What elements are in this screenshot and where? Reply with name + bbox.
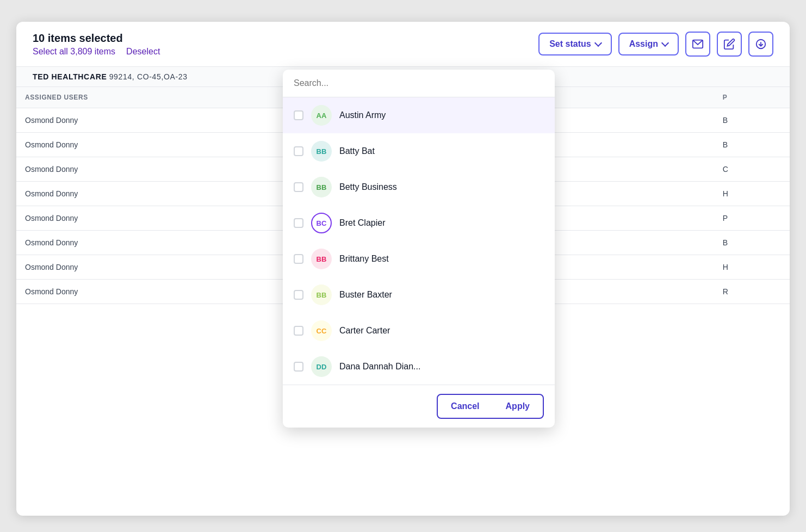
- user-name: Austin Army: [339, 110, 386, 120]
- user-list-item[interactable]: BB Buster Baxter: [283, 277, 555, 313]
- user-name: Dana Dannah Dian...: [339, 362, 420, 372]
- cell-patient: H: [714, 182, 790, 206]
- cell-assigned: Osmond Donny: [16, 157, 282, 182]
- user-avatar: BC: [311, 213, 332, 233]
- cell-assigned: Osmond Donny: [16, 108, 282, 133]
- user-name: Betty Business: [339, 182, 397, 192]
- healthcare-detail: 99214, CO-45,OA-23: [109, 72, 188, 81]
- download-icon: [755, 38, 767, 50]
- user-name: Bret Clapier: [339, 218, 385, 228]
- user-avatar: AA: [311, 105, 332, 126]
- cell-patient: R: [714, 280, 790, 304]
- download-button[interactable]: [748, 32, 773, 57]
- apply-button[interactable]: Apply: [493, 395, 543, 418]
- user-avatar: BB: [311, 141, 332, 162]
- chevron-down-icon: [661, 39, 669, 47]
- cell-patient: H: [714, 255, 790, 280]
- edit-icon: [723, 38, 735, 50]
- cell-patient: P: [714, 206, 790, 231]
- user-list-item[interactable]: AA Austin Army: [283, 97, 555, 133]
- user-name: Brittany Best: [339, 254, 389, 264]
- cell-assigned: Osmond Donny: [16, 206, 282, 231]
- email-icon: [692, 38, 704, 50]
- user-avatar: BB: [311, 249, 332, 269]
- user-checkbox[interactable]: [294, 218, 303, 228]
- cell-assigned: Osmond Donny: [16, 231, 282, 255]
- user-list-item[interactable]: CC Carter Carter: [283, 313, 555, 349]
- assign-button[interactable]: Assign: [618, 33, 679, 55]
- cell-patient: C: [714, 157, 790, 182]
- user-checkbox[interactable]: [294, 110, 303, 120]
- cell-assigned: Osmond Donny: [16, 133, 282, 157]
- main-container: 10 items selected Select all 3,809 items…: [16, 22, 790, 516]
- cell-assigned: Osmond Donny: [16, 255, 282, 280]
- user-list-item[interactable]: BB Betty Business: [283, 169, 555, 205]
- deselect-link[interactable]: Deselect: [126, 47, 160, 57]
- assign-dropdown: AA Austin Army BB Batty Bat BB Betty Bus…: [283, 70, 555, 428]
- items-selected-label: 10 items selected: [33, 32, 528, 45]
- selection-links: Select all 3,809 items Deselect: [33, 47, 528, 57]
- top-bar: 10 items selected Select all 3,809 items…: [16, 22, 790, 67]
- healthcare-label: TED HEALTHCARE: [33, 72, 107, 81]
- selection-info: 10 items selected Select all 3,809 items…: [33, 32, 528, 57]
- dropdown-footer: Cancel Apply: [283, 385, 555, 428]
- select-all-link[interactable]: Select all 3,809 items: [33, 47, 115, 57]
- user-avatar: BB: [311, 177, 332, 197]
- col-patient: P: [714, 87, 790, 108]
- cell-patient: B: [714, 133, 790, 157]
- cell-assigned: Osmond Donny: [16, 182, 282, 206]
- cell-patient: B: [714, 231, 790, 255]
- cell-patient: B: [714, 108, 790, 133]
- user-avatar: CC: [311, 320, 332, 341]
- user-name: Batty Bat: [339, 146, 375, 156]
- user-avatar: BB: [311, 284, 332, 305]
- user-list-item[interactable]: BC Bret Clapier: [283, 205, 555, 241]
- user-avatar: DD: [311, 356, 332, 377]
- user-name: Carter Carter: [339, 326, 390, 336]
- search-box: [283, 70, 555, 97]
- cell-assigned: Osmond Donny: [16, 280, 282, 304]
- cancel-button[interactable]: Cancel: [438, 395, 492, 418]
- footer-actions: Cancel Apply: [437, 394, 544, 419]
- col-assigned-users: ASSIGNED USERS: [16, 87, 282, 108]
- user-list-item[interactable]: DD Dana Dannah Dian...: [283, 349, 555, 385]
- chevron-down-icon: [594, 39, 602, 47]
- assign-label: Assign: [629, 39, 658, 49]
- email-button[interactable]: [685, 32, 710, 57]
- user-checkbox[interactable]: [294, 362, 303, 372]
- user-list: AA Austin Army BB Batty Bat BB Betty Bus…: [283, 97, 555, 385]
- user-list-item[interactable]: BB Brittany Best: [283, 241, 555, 277]
- user-checkbox[interactable]: [294, 182, 303, 192]
- set-status-button[interactable]: Set status: [538, 33, 611, 55]
- user-checkbox[interactable]: [294, 290, 303, 300]
- edit-button[interactable]: [717, 32, 742, 57]
- set-status-label: Set status: [549, 39, 591, 49]
- search-input[interactable]: [294, 78, 544, 88]
- user-list-item[interactable]: BB Batty Bat: [283, 133, 555, 169]
- toolbar-buttons: Set status Assign: [538, 32, 773, 57]
- user-checkbox[interactable]: [294, 254, 303, 264]
- user-checkbox[interactable]: [294, 326, 303, 336]
- user-name: Buster Baxter: [339, 290, 392, 300]
- user-checkbox[interactable]: [294, 146, 303, 156]
